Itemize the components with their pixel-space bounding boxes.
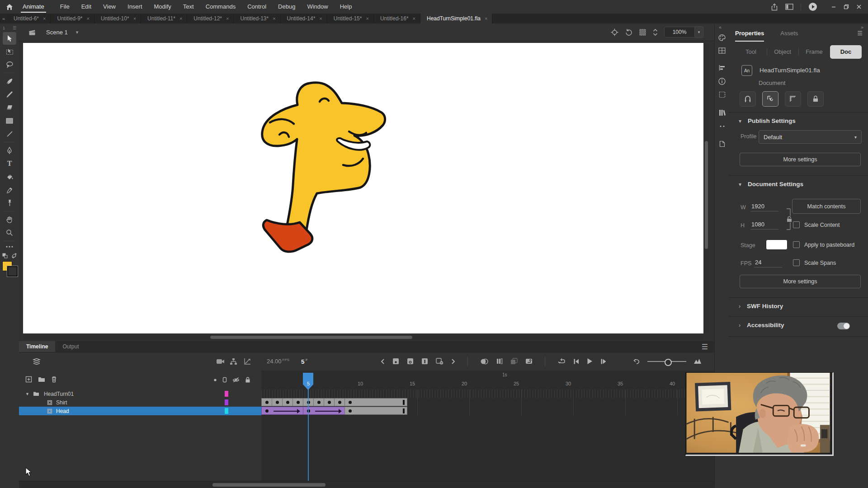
brush-library-icon[interactable] [718,122,726,130]
free-transform-tool[interactable] [3,45,16,58]
document-more-settings-button[interactable]: More settings [740,275,861,288]
close-tab-icon[interactable]: × [485,16,487,21]
snap-align-button[interactable] [740,91,756,107]
collapse-panel-icon[interactable]: » [861,24,863,30]
tween-span[interactable] [261,407,303,415]
menu-item[interactable]: Help [334,0,358,14]
tab-tool[interactable]: Tool [735,45,767,59]
paint-bucket-tool[interactable] [3,170,16,183]
playhead-line[interactable] [308,389,309,481]
app-menu-animate[interactable]: Animate [21,1,46,13]
tab-properties[interactable]: Properties [735,30,764,42]
scene-dropdown-icon[interactable]: ▾ [76,29,79,35]
menu-item[interactable]: Insert [122,0,148,14]
default-colors-icon[interactable] [2,253,8,258]
menu-item[interactable]: File [54,0,75,14]
publish-settings-header[interactable]: ▾ Publish Settings [739,117,796,124]
stage-horizontal-scrollbar[interactable] [23,335,703,339]
frame-span[interactable] [344,398,407,406]
stage-color-swatch[interactable] [766,239,788,250]
panel-menu-icon[interactable]: ☰ [857,30,863,37]
eraser-tool[interactable] [3,101,16,114]
minimize-button[interactable] [831,4,836,9]
fluid-brush-tool[interactable] [3,75,16,88]
tab-doc[interactable]: Doc [830,45,862,59]
publish-more-settings-button[interactable]: More settings [740,153,861,166]
color-palette-icon[interactable] [718,34,726,41]
drag-handle-icon[interactable]: ☰ [13,26,16,30]
close-tab-icon[interactable]: × [133,16,136,21]
collapse-tabs-icon[interactable]: « [0,14,7,23]
lasso-tool[interactable] [3,58,16,71]
scene-name[interactable]: Scene 1 [46,29,68,36]
history-icon[interactable] [718,140,726,147]
rectangle-tool[interactable] [3,114,16,127]
menu-item[interactable]: Modify [148,0,177,14]
close-tab-icon[interactable]: × [273,16,275,21]
quick-share-play-icon[interactable] [808,2,817,11]
library-icon[interactable] [718,109,726,116]
document-tab[interactable]: Untitled-11* × [141,14,187,23]
height-field[interactable]: 1080 [750,221,778,230]
center-stage-icon[interactable] [611,28,618,36]
pen-tool[interactable] [3,144,16,157]
asset-warp-tool[interactable] [3,197,16,209]
keyframe-cell[interactable] [313,398,324,406]
close-tab-icon[interactable]: × [319,16,322,21]
keyframe-cell[interactable] [324,398,335,406]
zoom-level-value[interactable]: 100% [664,27,695,38]
document-tab[interactable]: Untitled-13* × [234,14,280,23]
stroke-color-swatch[interactable] [7,266,18,277]
scale-content-checkbox[interactable] [793,221,800,228]
expand-panels-icon[interactable]: « [719,24,722,30]
match-contents-button[interactable]: Match contents [792,199,861,214]
width-field[interactable]: 1920 [750,203,778,211]
document-tab[interactable]: Untitled-9* × [51,14,94,23]
zoom-level-dropdown-icon[interactable]: ▾ [695,26,703,38]
swap-colors-icon[interactable] [11,253,17,258]
hand-tool[interactable] [3,213,16,226]
zoom-stepper-icon[interactable] [653,28,658,36]
frame-span[interactable] [344,407,407,415]
menu-item[interactable]: Commands [200,0,241,14]
more-tools-button[interactable] [3,243,16,250]
close-tab-icon[interactable]: × [366,16,368,21]
menu-item[interactable]: Text [177,0,200,14]
transform-icon[interactable] [718,91,726,98]
home-icon[interactable] [4,4,15,10]
info-icon[interactable] [718,78,726,85]
tab-assets[interactable]: Assets [780,30,798,42]
close-tab-icon[interactable]: × [43,16,46,21]
apply-to-pasteboard-checkbox[interactable] [793,241,800,248]
scrollbar-thumb[interactable] [210,336,412,339]
profile-select[interactable]: Default ▾ [759,130,862,144]
close-tab-icon[interactable]: × [87,16,90,21]
stage-canvas[interactable] [23,43,703,333]
keyframe-cell[interactable] [261,398,272,406]
document-tab[interactable]: Untitled-15* × [327,14,374,23]
document-tab[interactable]: Untitled-16* × [374,14,420,23]
snap-to-objects-button[interactable] [762,91,778,107]
close-button[interactable] [856,4,862,9]
selection-tool[interactable] [3,32,16,45]
keyframe-cell[interactable] [334,398,345,406]
tab-object[interactable]: Object [767,45,798,59]
workspace-icon[interactable] [785,4,793,10]
fps-field[interactable]: 24 [754,259,782,267]
swatches-icon[interactable] [718,47,726,54]
scale-spans-checkbox[interactable] [793,259,800,266]
close-tab-icon[interactable]: × [179,16,182,21]
document-tab[interactable]: Untitled-12* × [187,14,234,23]
document-settings-header[interactable]: ▾ Document Settings [739,181,803,188]
align-icon[interactable] [718,64,726,71]
timeline-horizontal-scrollbar[interactable] [19,481,714,488]
keyframe-cell[interactable] [282,398,293,406]
classic-brush-tool[interactable] [3,88,16,101]
keyframe-cell[interactable] [292,398,303,406]
eyedropper-tool[interactable] [3,183,16,196]
scrollbar-thumb[interactable] [705,141,708,249]
text-tool[interactable]: T [3,157,16,170]
document-tab[interactable]: Untitled-10* × [94,14,141,23]
lock-guides-button[interactable] [807,91,824,107]
document-tab[interactable]: Untitled-14* × [281,14,327,23]
